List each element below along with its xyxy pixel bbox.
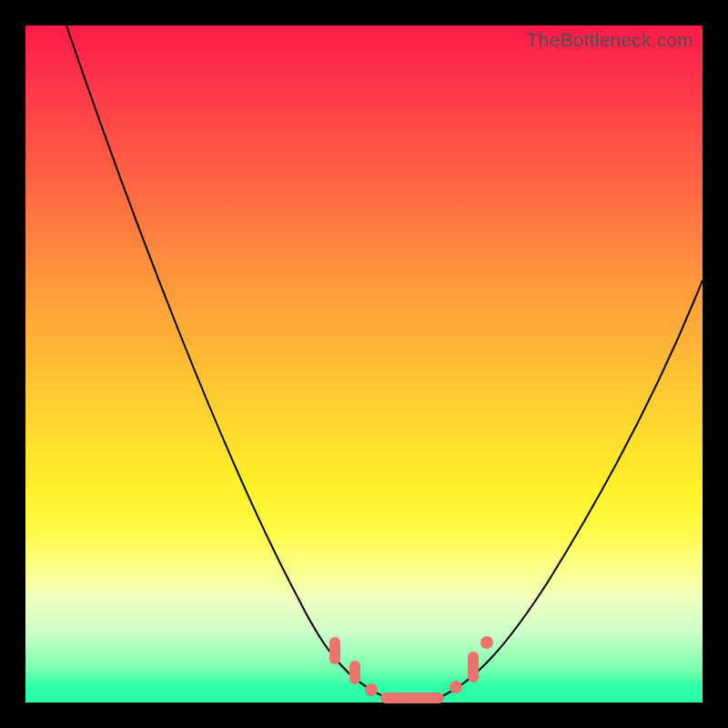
chart-frame: TheBottleneck.com [0, 0, 728, 728]
bottleneck-curve-left [66, 25, 385, 697]
valley-marker [480, 636, 493, 649]
valley-marker [365, 683, 378, 696]
bottleneck-curve-right [440, 280, 703, 697]
curve-layer [25, 25, 703, 703]
valley-floor-marker [380, 693, 444, 703]
valley-marker [468, 652, 479, 682]
valley-marker [450, 681, 462, 693]
valley-marker [329, 637, 340, 664]
plot-area: TheBottleneck.com [25, 25, 703, 703]
valley-marker [349, 661, 360, 684]
